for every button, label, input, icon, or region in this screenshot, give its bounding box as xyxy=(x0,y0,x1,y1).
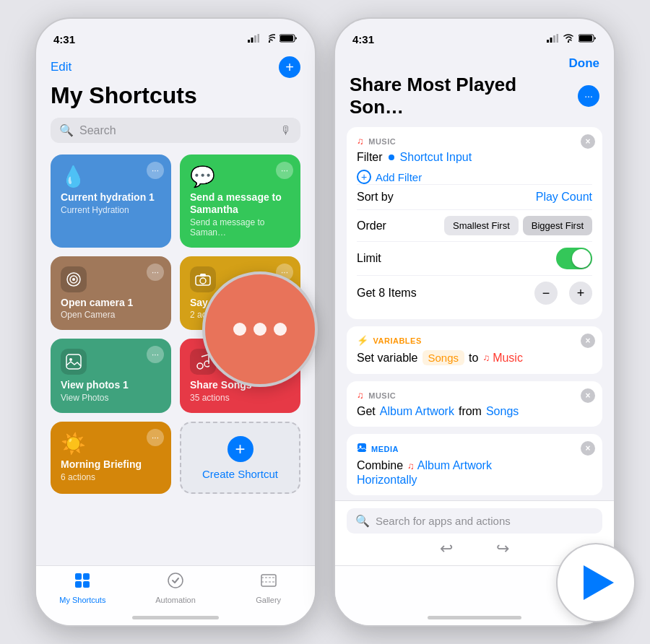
add-shortcut-button[interactable]: + xyxy=(279,56,300,78)
shortcut-menu-send-message[interactable]: ··· xyxy=(276,162,293,179)
songs-label[interactable]: Songs xyxy=(486,405,519,418)
right-status-icons xyxy=(547,32,597,45)
combine-horizontally[interactable]: Horizontally xyxy=(357,474,592,487)
tab-gallery[interactable]: Gallery xyxy=(222,572,315,604)
combine-horizontally-label: Horizontally xyxy=(357,474,417,486)
shortcut-card-view-photos[interactable]: ··· View photos 1 View Photos xyxy=(51,339,171,413)
combine-artwork-label: Album Artwork xyxy=(417,459,492,472)
svg-rect-25 xyxy=(553,35,555,43)
create-shortcut-label[interactable]: Create Shortcut xyxy=(202,468,278,480)
detail-title: Share Most Played Son… xyxy=(350,74,571,118)
svg-rect-19 xyxy=(75,581,82,588)
filter-value[interactable]: Shortcut Input xyxy=(400,151,472,164)
svg-rect-0 xyxy=(248,40,250,43)
search-input[interactable]: Search xyxy=(79,124,116,137)
search-icon: 🔍 xyxy=(59,123,74,137)
shortcut-menu-current-hydration[interactable]: ··· xyxy=(147,162,164,179)
items-stepper: − + xyxy=(534,282,592,305)
order-btn-smallest[interactable]: Smallest First xyxy=(444,216,519,235)
shortcut-title-current-hydration: Current hydration 1 xyxy=(61,191,161,204)
artwork-card-dismiss[interactable]: × xyxy=(581,388,595,403)
shortcut-menu-view-photos[interactable]: ··· xyxy=(147,346,164,363)
order-row: Order Smallest First Biggest First xyxy=(357,209,592,241)
get-artwork-card: ♫ MUSIC × Get Album Artwork from Songs xyxy=(347,381,602,427)
combine-music-ref[interactable]: ♫ Album Artwork xyxy=(407,459,492,472)
order-label: Order xyxy=(357,219,386,232)
sort-value[interactable]: Play Count xyxy=(536,191,592,204)
shortcut-title-send-message: Send a message to Samantha xyxy=(190,191,290,216)
music-card-dismiss[interactable]: × xyxy=(581,134,595,149)
shortcut-card-morning-briefing[interactable]: ··· ☀️ Morning Briefing 6 actions xyxy=(51,422,171,494)
done-button[interactable]: Done xyxy=(569,56,600,71)
edit-button[interactable]: Edit xyxy=(51,60,72,74)
shortcut-icon-send-message: 💬 xyxy=(190,165,290,188)
shortcut-icon-open-camera xyxy=(61,266,87,292)
svg-rect-26 xyxy=(557,34,559,43)
detail-header: Done xyxy=(335,51,614,74)
limit-toggle[interactable] xyxy=(556,248,592,269)
svg-point-14 xyxy=(69,358,72,361)
media-section-icon xyxy=(357,443,367,455)
overlay-dot-1 xyxy=(233,323,246,336)
variables-card-dismiss[interactable]: × xyxy=(581,334,595,348)
shortcut-menu-open-camera[interactable]: ··· xyxy=(147,264,164,281)
svg-rect-17 xyxy=(75,573,82,580)
shortcut-subtitle-view-photos: View Photos xyxy=(61,393,161,403)
music-variable-ref[interactable]: ♫ Music xyxy=(482,352,523,365)
overlay-play-button[interactable] xyxy=(556,543,636,622)
battery-icon xyxy=(280,32,298,45)
search-bar[interactable]: 🔍 Search 🎙 xyxy=(51,118,300,143)
shortcut-title-view-photos: View photos 1 xyxy=(61,379,161,391)
overlay-dots-circle[interactable] xyxy=(202,271,318,387)
right-battery-icon xyxy=(578,32,597,45)
shortcut-icon-current-hydration: 💧 xyxy=(61,165,161,188)
home-indicator xyxy=(132,616,219,619)
order-btn-biggest[interactable]: Biggest First xyxy=(523,216,592,235)
tab-icon-automation xyxy=(167,572,184,593)
media-card-dismiss[interactable]: × xyxy=(581,441,595,456)
artwork-section-label: ♫ MUSIC xyxy=(357,390,592,401)
add-filter-icon: + xyxy=(357,170,371,184)
combine-line1: Combine ♫ Album Artwork xyxy=(357,459,592,472)
sort-row[interactable]: Sort by Play Count xyxy=(357,184,592,209)
search-actions-input[interactable]: 🔍 Search for apps and actions xyxy=(347,508,602,534)
items-row: Get 8 Items − + xyxy=(357,275,592,310)
right-wifi-icon xyxy=(563,32,574,45)
svg-rect-24 xyxy=(550,38,552,43)
svg-rect-23 xyxy=(547,40,549,43)
shortcut-card-current-hydration[interactable]: ··· 💧 Current hydration 1 Current Hydrat… xyxy=(51,155,171,248)
shortcut-subtitle-current-hydration: Current Hydration xyxy=(61,205,161,215)
shortcut-title-open-camera: Open camera 1 xyxy=(61,297,161,309)
right-home-indicator xyxy=(428,616,521,619)
play-triangle-icon xyxy=(584,565,614,600)
add-filter-row[interactable]: + Add Filter xyxy=(357,170,592,184)
right-signal-icon xyxy=(547,32,558,45)
redo-button[interactable]: ↪ xyxy=(496,539,509,558)
shortcut-card-send-message[interactable]: ··· 💬 Send a message to Samantha Send a … xyxy=(180,155,300,248)
mic-icon[interactable]: 🎙 xyxy=(280,124,292,137)
tab-my-shortcuts[interactable]: My Shortcuts xyxy=(36,572,129,604)
to-label: to xyxy=(469,352,478,365)
music-section-label: ♫ MUSIC xyxy=(357,136,592,147)
tab-automation[interactable]: Automation xyxy=(129,572,222,604)
items-increase-button[interactable]: + xyxy=(569,282,592,305)
shortcut-card-create[interactable]: + Create Shortcut xyxy=(180,422,300,494)
items-decrease-button[interactable]: − xyxy=(534,282,558,305)
right-content: Done Share Most Played Son… ··· ♫ MUSIC … xyxy=(335,51,614,625)
shortcut-menu-morning-briefing[interactable]: ··· xyxy=(147,429,164,446)
detail-more-button[interactable]: ··· xyxy=(578,85,599,107)
shortcut-icon-morning-briefing: ☀️ xyxy=(61,432,161,456)
svg-rect-22 xyxy=(261,575,276,586)
filter-dot xyxy=(389,155,394,160)
toggle-knob xyxy=(572,249,591,268)
search-actions-placeholder[interactable]: Search for apps and actions xyxy=(376,515,511,527)
variable-name[interactable]: Songs xyxy=(422,350,465,365)
svg-rect-18 xyxy=(83,573,90,580)
tab-label-gallery: Gallery xyxy=(256,596,281,604)
svg-rect-13 xyxy=(66,354,81,369)
undo-button[interactable]: ↩ xyxy=(440,539,453,558)
artwork-label[interactable]: Album Artwork xyxy=(380,405,454,418)
combine-music-icon: ♫ xyxy=(407,461,415,471)
shortcut-card-open-camera[interactable]: ··· Open camera 1 Open Camera xyxy=(51,256,171,331)
add-filter-text: Add Filter xyxy=(376,171,422,183)
